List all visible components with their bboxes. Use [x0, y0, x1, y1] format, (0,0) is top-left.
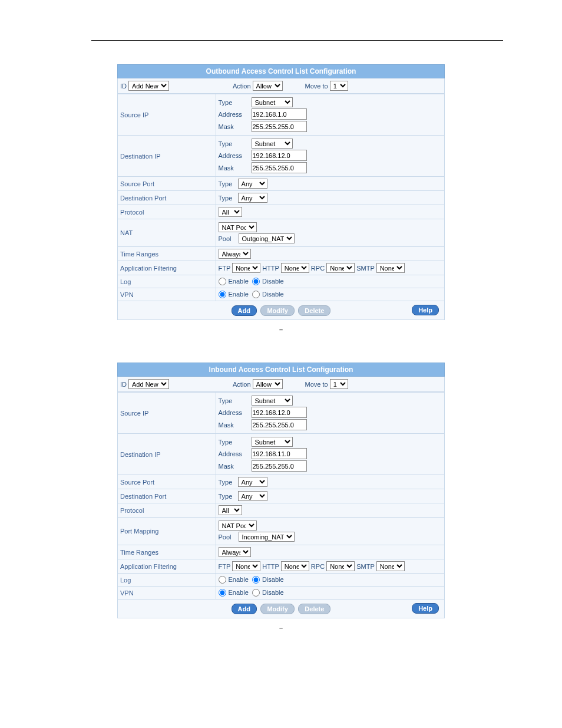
log-disable-radio[interactable] — [252, 576, 260, 584]
ftp-select[interactable]: None — [232, 263, 260, 273]
modify-button: Modify — [260, 604, 294, 614]
type-label: Type — [219, 397, 248, 404]
destip-type-select[interactable]: Subnet — [252, 139, 293, 149]
vpn-enable-radio[interactable] — [219, 291, 226, 298]
protocol-select[interactable]: All — [219, 505, 242, 515]
action-label: Action — [233, 83, 251, 90]
mask-label: Mask — [219, 463, 248, 470]
delete-button: Delete — [298, 604, 330, 614]
destip-address-input[interactable] — [252, 150, 307, 161]
portmap-pool-select[interactable]: Incoming_NAT — [239, 532, 295, 542]
action-select[interactable]: Allow — [253, 81, 283, 91]
log-label: Log — [118, 275, 216, 288]
http-select[interactable]: None — [281, 561, 309, 571]
sourceip-label: Source IP — [118, 393, 216, 434]
outbound-buttons: Add Modify Delete Help — [117, 301, 445, 320]
help-button[interactable]: Help — [412, 305, 439, 315]
id-label: ID — [120, 381, 127, 388]
moveto-select[interactable]: 1 — [330, 379, 348, 389]
address-label: Address — [219, 409, 248, 416]
timeranges-select[interactable]: Always — [219, 547, 251, 557]
id-select[interactable]: Add New — [128, 81, 169, 91]
timeranges-label: Time Ranges — [118, 545, 216, 559]
smtp-select[interactable]: None — [376, 561, 405, 571]
id-label: ID — [120, 83, 127, 90]
destip-label: Destination IP — [118, 434, 216, 475]
vpn-enable-label: Enable — [229, 291, 249, 298]
log-enable-label: Enable — [229, 278, 249, 285]
mask-label: Mask — [219, 164, 248, 172]
timeranges-label: Time Ranges — [118, 247, 216, 261]
log-label: Log — [118, 574, 216, 587]
destip-type-select[interactable]: Subnet — [252, 437, 293, 447]
portmap-type-select[interactable]: NAT Pool — [219, 521, 257, 531]
moveto-select[interactable]: 1 — [330, 81, 348, 91]
action-select[interactable]: Allow — [253, 379, 283, 389]
nat-pool-select[interactable]: Outgoing_NAT — [239, 233, 295, 243]
outbound-top-controls: ID Add New Action Allow Move to 1 — [117, 78, 445, 94]
address-label: Address — [219, 111, 248, 118]
vpn-disable-radio[interactable] — [252, 291, 260, 298]
dstport-type-select[interactable]: Any — [238, 491, 267, 501]
sourceip-label: Source IP — [118, 94, 216, 136]
rpc-select[interactable]: None — [326, 561, 355, 571]
ftp-select[interactable]: None — [232, 561, 260, 571]
dstport-type-select[interactable]: Any — [238, 193, 267, 203]
sourceip-address-input[interactable] — [252, 407, 307, 418]
help-button[interactable]: Help — [412, 603, 439, 614]
vpn-disable-radio[interactable] — [252, 589, 260, 597]
http-select[interactable]: None — [281, 263, 309, 273]
log-enable-label: Enable — [229, 576, 249, 583]
type-label: Type — [219, 439, 248, 446]
sourceip-type-select[interactable]: Subnet — [252, 396, 293, 406]
vpn-disable-label: Disable — [262, 291, 284, 298]
srcport-label: Source Port — [118, 475, 216, 489]
modify-button: Modify — [260, 305, 294, 316]
sourceip-address-input[interactable] — [252, 108, 307, 120]
type-label: Type — [219, 99, 248, 106]
type-label: Type — [219, 140, 248, 147]
rpc-label: RPC — [311, 265, 325, 272]
caption-dash: – — [279, 326, 283, 333]
log-enable-radio[interactable] — [219, 278, 226, 285]
protocol-label: Protocol — [118, 205, 216, 219]
type-label: Type — [219, 195, 236, 202]
log-disable-radio[interactable] — [252, 278, 260, 285]
pool-label: Pool — [219, 533, 235, 541]
nat-type-select[interactable]: NAT Pool — [219, 222, 257, 232]
protocol-select[interactable]: All — [219, 207, 242, 217]
dstport-label: Destination Port — [118, 489, 216, 503]
outbound-title: Outbound Access Control List Configurati… — [117, 64, 445, 78]
outbound-panel: Outbound Access Control List Configurati… — [117, 64, 445, 320]
smtp-select[interactable]: None — [376, 263, 405, 273]
moveto-label: Move to — [305, 83, 328, 90]
ftp-label: FTP — [219, 265, 231, 272]
log-disable-label: Disable — [262, 278, 284, 285]
sourceip-mask-input[interactable] — [252, 121, 307, 132]
add-button[interactable]: Add — [232, 305, 257, 316]
log-enable-radio[interactable] — [219, 576, 226, 584]
vpn-label: VPN — [118, 587, 216, 599]
vpn-enable-label: Enable — [229, 589, 249, 596]
timeranges-select[interactable]: Always — [219, 249, 251, 259]
nat-label: NAT — [118, 219, 216, 247]
destip-address-input[interactable] — [252, 448, 307, 459]
srcport-type-select[interactable]: Any — [238, 477, 267, 487]
add-button[interactable]: Add — [232, 604, 257, 614]
mask-label: Mask — [219, 123, 248, 130]
pool-label: Pool — [219, 235, 235, 242]
appfilter-label: Application Filtering — [118, 261, 216, 275]
destip-mask-input[interactable] — [252, 460, 307, 472]
inbound-buttons: Add Modify Delete Help — [117, 599, 445, 618]
rpc-select[interactable]: None — [326, 263, 355, 273]
appfilter-label: Application Filtering — [118, 559, 216, 574]
mask-label: Mask — [219, 421, 248, 429]
sourceip-mask-input[interactable] — [252, 419, 307, 430]
vpn-disable-label: Disable — [262, 589, 284, 596]
destip-mask-input[interactable] — [252, 162, 307, 173]
vpn-enable-radio[interactable] — [219, 589, 226, 597]
id-select[interactable]: Add New — [128, 379, 169, 389]
ftp-label: FTP — [219, 563, 231, 570]
srcport-type-select[interactable]: Any — [238, 179, 267, 189]
sourceip-type-select[interactable]: Subnet — [252, 97, 293, 107]
